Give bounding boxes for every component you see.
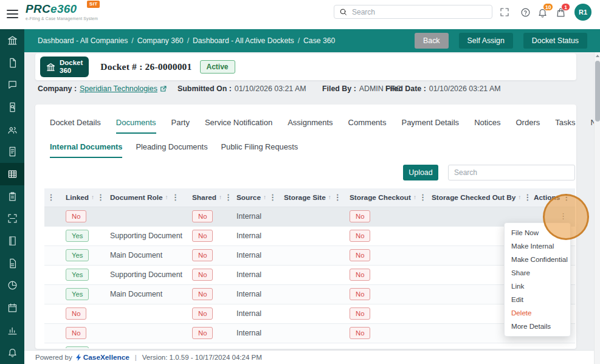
subtab-pleading-documents[interactable]: Pleading Documents xyxy=(136,136,207,158)
ledger-icon xyxy=(7,236,18,246)
scrollbar-thumb[interactable] xyxy=(595,61,600,122)
back-button[interactable]: Back xyxy=(415,33,449,49)
column-menu-icon[interactable]: ⋮ xyxy=(419,193,427,201)
menu-item-make-confidential[interactable]: Make Confidential xyxy=(505,253,570,266)
scroll-up-button[interactable] xyxy=(595,52,600,60)
powered-by-label: Powered by xyxy=(35,354,72,361)
column-header-storage-checked-out-by: Storage Checked Out By xyxy=(432,193,516,202)
sidebar-item-dockets[interactable] xyxy=(0,163,24,185)
breadcrumb-segment[interactable]: Dashboard - All Active Dockets xyxy=(193,36,294,45)
env-badge: SIT xyxy=(87,1,100,8)
company-info: Company :Speridian Technologies xyxy=(38,84,167,93)
version-label: Version: 1.0.59 - 10/17/2024 04:24 PM xyxy=(142,354,262,361)
hamburger-menu-icon[interactable] xyxy=(7,10,18,21)
row-actions-menu-icon[interactable]: ⋮ xyxy=(559,211,567,221)
help-icon xyxy=(520,7,531,18)
table-row[interactable]: Yes Supporting Document No Internal No ⋮ xyxy=(44,226,575,246)
tab-comments[interactable]: Comments xyxy=(348,112,387,134)
table-row[interactable]: No No Internal No ⋮ xyxy=(44,207,575,226)
sidebar-item-taskboard[interactable] xyxy=(0,185,24,208)
menu-item-edit[interactable]: Edit xyxy=(505,293,570,306)
column-menu-icon[interactable]: ⋮ xyxy=(562,193,570,201)
tab-notices[interactable]: Notices xyxy=(474,112,500,134)
sidebar-item-records[interactable] xyxy=(0,140,24,163)
sort-icon[interactable]: ↑ xyxy=(413,194,416,201)
sort-icon[interactable]: ↑ xyxy=(328,194,331,201)
submitted-on-value: 01/10/2026 03:21 AM xyxy=(235,84,306,93)
vertical-scrollbar[interactable] xyxy=(594,52,600,364)
tab-docket-details[interactable]: Docket Details xyxy=(50,112,101,134)
sidebar-item-files[interactable] xyxy=(0,252,24,275)
column-menu-icon[interactable]: ⋮ xyxy=(523,193,531,201)
cart-button[interactable]: 1 xyxy=(556,7,566,18)
shared-badge: No xyxy=(192,307,213,320)
breadcrumb-segment[interactable]: Dashboard - All Companies xyxy=(38,36,128,45)
table-row[interactable]: Yes Supporting Document No Internal No ⋮ xyxy=(44,265,575,284)
storage-checkout-badge: No xyxy=(350,327,370,340)
sort-icon[interactable]: ↑ xyxy=(263,194,266,201)
upload-button[interactable]: Upload xyxy=(403,165,438,180)
external-link-icon[interactable] xyxy=(160,85,167,92)
tab-bar: Docket Details Documents Party Service N… xyxy=(50,112,562,134)
logo-prc: PRC xyxy=(26,2,50,15)
sidebar-item-reports[interactable] xyxy=(0,275,24,297)
table-row[interactable]: No No Internal No ⋮ xyxy=(44,323,575,343)
tab-assignments[interactable]: Assignments xyxy=(288,112,333,134)
row-drag-cell xyxy=(44,323,58,343)
menu-item-delete[interactable]: Delete xyxy=(505,306,570,320)
column-menu-icon[interactable]: ⋮ xyxy=(224,193,232,201)
storage-site-cell xyxy=(276,246,342,265)
docket-status-button[interactable]: Docket Status xyxy=(523,33,587,49)
table-row[interactable]: Yes Main Document No Internal No ⋮ xyxy=(44,284,575,304)
subtab-internal-documents[interactable]: Internal Documents xyxy=(50,136,122,158)
sidebar-item-documents[interactable] xyxy=(0,52,24,74)
tab-documents[interactable]: Documents xyxy=(116,112,156,134)
column-menu-icon[interactable]: ⋮ xyxy=(269,193,277,201)
tab-orders[interactable]: Orders xyxy=(516,112,540,134)
tab-tasks[interactable]: Tasks xyxy=(555,112,575,134)
menu-item-link[interactable]: Link xyxy=(505,280,570,293)
sidebar-item-calendar[interactable] xyxy=(0,297,24,319)
table-row[interactable]: No No Internal No ⋮ xyxy=(44,304,575,323)
tab-service-notification[interactable]: Service Notification xyxy=(205,112,272,134)
table-row[interactable]: Yes Main Document No Internal No ⋮ xyxy=(44,246,575,265)
column-menu-icon[interactable]: ⋮ xyxy=(171,193,179,201)
help-button[interactable] xyxy=(520,7,531,18)
sort-icon[interactable]: ↑ xyxy=(518,194,521,201)
column-menu-icon[interactable]: ⋮ xyxy=(47,193,55,202)
sort-icon[interactable]: ↑ xyxy=(165,194,168,201)
sidebar-item-scan[interactable] xyxy=(0,208,24,230)
search-icon xyxy=(339,8,347,16)
global-search-input[interactable] xyxy=(351,7,487,17)
sidebar-item-messages[interactable] xyxy=(0,74,24,96)
column-menu-icon[interactable]: ⋮ xyxy=(97,193,105,201)
tab-payment-details[interactable]: Payment Details xyxy=(401,112,459,134)
sidebar-item-analytics[interactable] xyxy=(0,319,24,342)
fullscreen-toggle[interactable] xyxy=(500,7,509,17)
menu-item-make-internal[interactable]: Make Internal xyxy=(505,239,570,253)
breadcrumb-separator: / xyxy=(131,36,133,45)
sort-icon[interactable]: ↑ xyxy=(219,194,222,201)
sidebar-item-notifications[interactable] xyxy=(0,342,24,364)
sidebar-item-users[interactable] xyxy=(0,118,24,141)
table-row[interactable]: Yes ⋮ xyxy=(44,343,575,348)
subtab-public-filing-requests[interactable]: Public Filing Requests xyxy=(221,136,298,158)
row-actions-menu-icon[interactable]: ⋮ xyxy=(559,348,567,348)
tab-party[interactable]: Party xyxy=(171,112,190,134)
company-link[interactable]: Speridian Technologies xyxy=(80,84,157,93)
breadcrumb-segment[interactable]: Company 360 xyxy=(137,36,184,45)
user-avatar[interactable]: R1 xyxy=(574,4,591,21)
expand-icon xyxy=(500,7,509,17)
self-assign-button[interactable]: Self Assign xyxy=(459,33,513,49)
table-search-input[interactable] xyxy=(448,165,575,180)
menu-item-file-now[interactable]: File Now xyxy=(505,226,570,239)
column-menu-icon[interactable]: ⋮ xyxy=(334,193,342,201)
sort-icon[interactable]: ↑ xyxy=(91,194,94,201)
menu-item-share[interactable]: Share xyxy=(505,266,570,280)
row-drag-cell xyxy=(44,207,58,226)
notifications-button[interactable]: 10 xyxy=(537,7,548,18)
sidebar-item-search-documents[interactable] xyxy=(0,96,24,118)
menu-item-more-details[interactable]: More Details xyxy=(505,320,570,333)
sidebar-item-ledger[interactable] xyxy=(0,230,24,252)
sidebar-item-home[interactable] xyxy=(0,29,24,52)
